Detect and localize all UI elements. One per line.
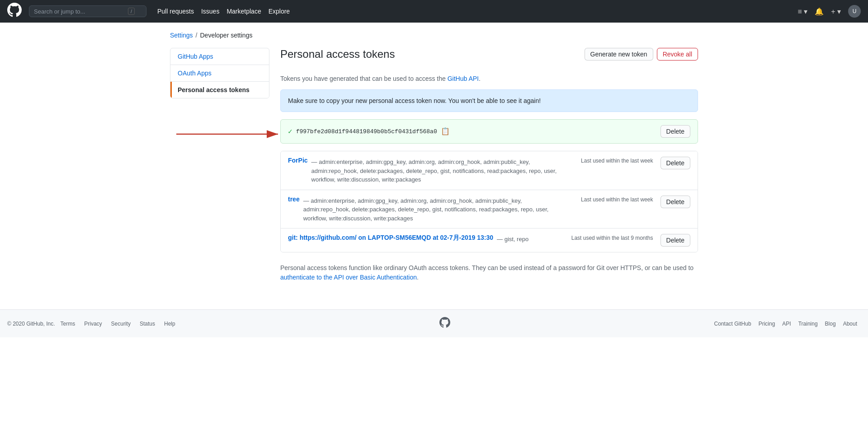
token-value: ✓ f997bfe2d08d1f944819849b0b5cf0431df568… — [288, 127, 450, 136]
footer-note: Personal access tokens function like ord… — [280, 263, 698, 282]
nav-links: Pull requests Issues Marketplace Explore — [157, 8, 290, 15]
footer-right: Contact GitHub Pricing API Training Blog… — [711, 321, 861, 327]
copy-icon[interactable]: 📋 — [441, 127, 450, 136]
avatar[interactable]: U — [848, 5, 861, 18]
table-row: ForPic — admin:enterprise, admin:gpg_key… — [281, 151, 698, 190]
footer-contact-github[interactable]: Contact GitHub — [714, 321, 751, 327]
basic-auth-link[interactable]: authenticate to the API over Basic Authe… — [280, 274, 417, 281]
sidebar-item-github-apps[interactable]: GitHub Apps — [170, 48, 269, 65]
new-token-delete-button[interactable]: Delete — [660, 125, 690, 138]
footer-pricing[interactable]: Pricing — [759, 321, 775, 327]
footer-training[interactable]: Training — [798, 321, 818, 327]
generate-token-button[interactable]: Generate new token — [585, 48, 653, 61]
footer-help[interactable]: Help — [164, 321, 175, 327]
breadcrumb-separator: / — [196, 32, 198, 39]
token-name[interactable]: ForPic — [288, 157, 308, 164]
breadcrumb-current: Developer settings — [200, 32, 252, 39]
token-last-used: Last used within the last week — [581, 158, 653, 164]
nav-explore[interactable]: Explore — [269, 8, 290, 15]
breadcrumb: Settings / Developer settings — [163, 23, 705, 43]
footer-security[interactable]: Security — [111, 321, 131, 327]
footer-center — [439, 317, 450, 330]
token-scopes: — admin:enterprise, admin:gpg_key, admin… — [303, 196, 566, 223]
token-name[interactable]: tree — [288, 196, 300, 203]
sidebar-item-personal-access-tokens[interactable]: Personal access tokens — [170, 82, 269, 98]
nav-marketplace[interactable]: Marketplace — [226, 8, 261, 15]
alert-message: Make sure to copy your new personal acce… — [288, 97, 541, 104]
footer-terms[interactable]: Terms — [61, 321, 75, 327]
new-token-highlight: ✓ f997bfe2d08d1f944819849b0b5cf0431df568… — [280, 119, 698, 144]
nav-issues[interactable]: Issues — [201, 8, 219, 15]
page-footer: © 2020 GitHub, Inc. Terms Privacy Securi… — [0, 309, 868, 337]
slash-shortcut: / — [128, 8, 135, 15]
subtitle: Tokens you have generated that can be us… — [280, 75, 698, 82]
token-list: ForPic — admin:enterprise, admin:gpg_key… — [280, 151, 698, 252]
revoke-all-button[interactable]: Revoke all — [657, 48, 698, 61]
footer-about[interactable]: About — [843, 321, 857, 327]
table-row: git: https://github.com/ on LAPTOP-SM56E… — [281, 228, 698, 252]
token-item-info: ForPic — admin:enterprise, admin:gpg_key… — [288, 157, 566, 184]
token-scopes: — gist, repo — [497, 235, 528, 244]
token-delete-button[interactable]: Delete — [660, 234, 690, 247]
token-last-used: Last used within the last week — [581, 196, 653, 203]
header-buttons: Generate new token Revoke all — [585, 48, 698, 61]
footer-privacy[interactable]: Privacy — [84, 321, 102, 327]
footer-left: © 2020 GitHub, Inc. Terms Privacy Securi… — [7, 321, 179, 327]
main-container: GitHub Apps OAuth Apps Personal access t… — [163, 43, 705, 309]
token-scopes: — admin:enterprise, admin:gpg_key, admin… — [311, 158, 567, 184]
sidebar: GitHub Apps OAuth Apps Personal access t… — [170, 48, 269, 98]
check-icon: ✓ — [288, 127, 292, 136]
token-delete-button[interactable]: Delete — [660, 196, 690, 208]
nav-pull-requests[interactable]: Pull requests — [157, 8, 194, 15]
navbar: / Pull requests Issues Marketplace Explo… — [0, 0, 868, 23]
content-area: Personal access tokens Generate new toke… — [280, 48, 698, 282]
copyright: © 2020 GitHub, Inc. — [7, 321, 55, 327]
github-logo[interactable] — [7, 3, 22, 20]
search-box[interactable]: / — [29, 5, 146, 17]
alert-banner: Make sure to copy your new personal acce… — [280, 89, 698, 112]
navbar-right: ≡ ▾ 🔔 + ▾ U — [797, 5, 861, 18]
token-name[interactable]: git: https://github.com/ on LAPTOP-SM56E… — [288, 234, 493, 242]
page-header: Personal access tokens Generate new toke… — [280, 48, 698, 68]
token-item-info: git: https://github.com/ on LAPTOP-SM56E… — [288, 234, 557, 244]
table-row: tree — admin:enterprise, admin:gpg_key, … — [281, 190, 698, 229]
annotation-arrow — [176, 123, 285, 145]
token-item-info: tree — admin:enterprise, admin:gpg_key, … — [288, 196, 566, 223]
hamburger-icon[interactable]: ≡ ▾ — [797, 7, 807, 16]
footer-blog[interactable]: Blog — [825, 321, 836, 327]
search-input[interactable] — [34, 8, 124, 15]
footer-api[interactable]: API — [782, 321, 791, 327]
notifications-icon[interactable]: 🔔 — [815, 7, 824, 16]
new-token-section: ✓ f997bfe2d08d1f944819849b0b5cf0431df568… — [280, 119, 698, 144]
token-last-used: Last used within the last 9 months — [571, 235, 653, 241]
breadcrumb-settings[interactable]: Settings — [170, 32, 193, 39]
token-string: f997bfe2d08d1f944819849b0b5cf0431df568a0 — [296, 128, 437, 135]
github-api-link[interactable]: GitHub API — [448, 75, 479, 82]
footer-status[interactable]: Status — [140, 321, 155, 327]
footer-github-logo — [439, 317, 450, 330]
token-delete-button[interactable]: Delete — [660, 157, 690, 169]
page-title: Personal access tokens — [280, 48, 395, 61]
plus-icon[interactable]: + ▾ — [831, 7, 841, 16]
sidebar-item-oauth-apps[interactable]: OAuth Apps — [170, 65, 269, 82]
